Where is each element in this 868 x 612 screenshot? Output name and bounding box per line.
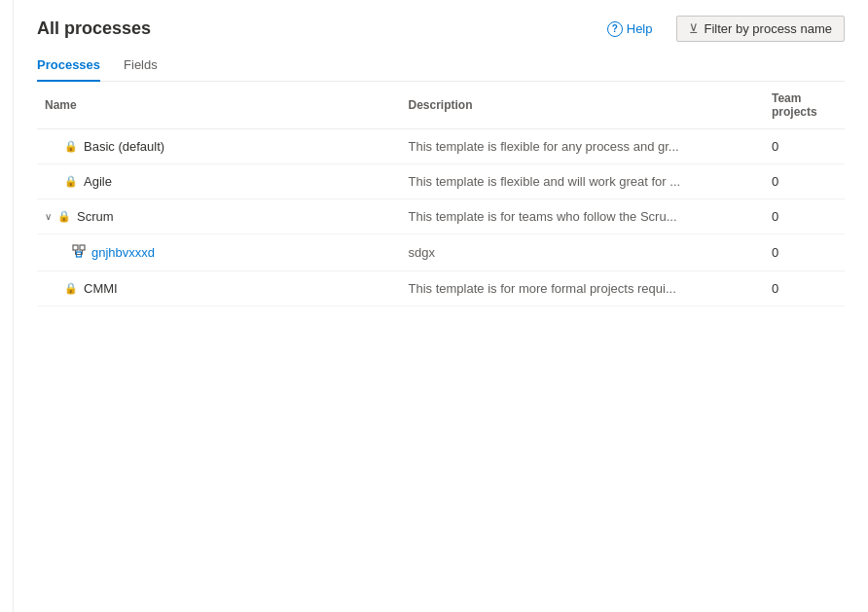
description-cell-agile: This template is flexible and will work … <box>401 164 765 199</box>
page-title: All processes <box>37 18 151 39</box>
tabs-bar: Processes Fields <box>37 50 845 82</box>
table-row: 🔒AgileThis template is flexible and will… <box>37 164 845 199</box>
help-icon: ? <box>607 21 623 37</box>
filter-button[interactable]: ⊻ Filter by process name <box>676 16 846 42</box>
process-name-link-gnjhbvxxxd[interactable]: gnjhbvxxxd <box>91 245 155 260</box>
lock-icon: 🔒 <box>64 175 78 188</box>
col-header-description: Description <box>401 82 765 129</box>
team-projects-cell-basic: 0 <box>764 129 845 164</box>
description-cell-scrum: This template is for teams who follow th… <box>401 199 765 234</box>
processes-table: Name Description Team projects 🔒Basic (d… <box>37 82 845 306</box>
process-name-agile: Agile <box>84 174 112 189</box>
table-row: ∨🔒ScrumThis template is for teams who fo… <box>37 199 845 234</box>
team-projects-cell-agile: 0 <box>764 164 845 199</box>
table-row: 🔒CMMIThis template is for more formal pr… <box>37 271 845 306</box>
name-cell-agile: 🔒Agile <box>45 174 393 189</box>
processes-table-container: Name Description Team projects 🔒Basic (d… <box>37 82 845 612</box>
team-projects-cell-gnjhbvxxxd: 0 <box>764 234 845 271</box>
table-row: gnjhbvxxxdsdgx0 <box>37 234 845 271</box>
lock-icon: 🔒 <box>64 282 78 295</box>
team-projects-cell-scrum: 0 <box>764 199 845 234</box>
description-cell-basic: This template is flexible for any proces… <box>401 129 765 164</box>
tab-processes[interactable]: Processes <box>37 50 100 82</box>
process-name-scrum: Scrum <box>77 209 114 224</box>
help-label: Help <box>627 21 653 36</box>
svg-rect-1 <box>80 245 85 250</box>
process-icon <box>72 244 86 261</box>
page-header: All processes ? Help ⊻ Filter by process… <box>37 16 845 42</box>
process-name-cmmi: CMMI <box>84 281 118 296</box>
lock-icon: 🔒 <box>57 210 71 223</box>
help-button[interactable]: ? Help <box>599 18 661 41</box>
name-cell-cmmi: 🔒CMMI <box>45 281 393 296</box>
filter-label: Filter by process name <box>705 21 833 36</box>
team-projects-cell-cmmi: 0 <box>764 271 845 306</box>
svg-rect-0 <box>73 245 78 250</box>
description-cell-cmmi: This template is for more formal project… <box>401 271 765 306</box>
header-actions: ? Help ⊻ Filter by process name <box>599 16 845 42</box>
name-cell-scrum: ∨🔒Scrum <box>45 209 393 224</box>
expand-chevron-scrum[interactable]: ∨ <box>45 211 52 222</box>
process-name-basic: Basic (default) <box>84 139 164 154</box>
table-header-row: Name Description Team projects <box>37 82 845 129</box>
tab-fields[interactable]: Fields <box>124 50 158 82</box>
name-cell-gnjhbvxxxd: gnjhbvxxxd <box>72 244 393 261</box>
filter-icon: ⊻ <box>689 21 699 36</box>
lock-icon: 🔒 <box>64 140 78 153</box>
table-row: 🔒Basic (default)This template is flexibl… <box>37 129 845 164</box>
description-cell-gnjhbvxxxd: sdgx <box>401 234 765 271</box>
name-cell-basic: 🔒Basic (default) <box>45 139 393 154</box>
col-header-team-projects: Team projects <box>764 82 845 129</box>
col-header-name: Name <box>37 82 401 129</box>
